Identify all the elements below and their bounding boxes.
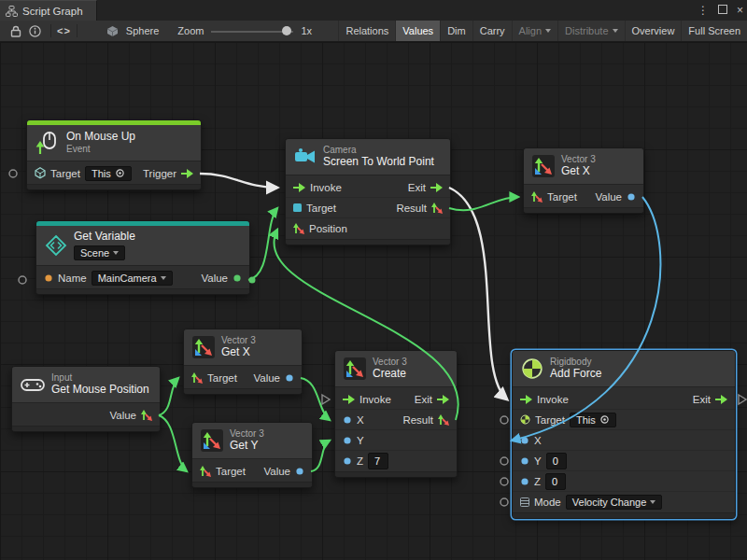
float-port-icon[interactable] (295, 467, 304, 476)
align-dropdown[interactable]: Align (512, 21, 557, 41)
chevron-down-icon (650, 500, 655, 504)
distribute-dropdown[interactable]: Distribute (557, 21, 624, 41)
maximize-icon[interactable] (718, 0, 727, 21)
overview-button[interactable]: Overview (625, 21, 682, 41)
flow-out-icon[interactable] (430, 183, 443, 192)
dim-button[interactable]: Dim (440, 21, 472, 41)
zoom-label: Zoom (177, 25, 204, 36)
lock-icon[interactable] (10, 25, 21, 37)
value-port-label: Value (263, 466, 290, 477)
values-button[interactable]: Values (395, 21, 440, 41)
object-port-icon[interactable] (233, 273, 242, 283)
zoom-slider-handle[interactable] (282, 26, 291, 35)
position-port-label: Position (309, 223, 347, 234)
tab-bar: Script Graph ⋮ × (0, 0, 747, 21)
kebab-menu-icon[interactable]: ⋮ (698, 0, 709, 21)
node-on-mouse-up[interactable]: On Mouse Up Event Target This Tri (26, 119, 202, 190)
vector3-port-icon[interactable] (200, 466, 211, 477)
gameobject-cube-icon (106, 25, 119, 37)
string-port-icon[interactable] (44, 273, 53, 283)
node-create-vector3[interactable]: Vector 3 Create Invoke Exit (334, 350, 458, 478)
vector3-port-icon[interactable] (431, 203, 443, 214)
flow-out-icon[interactable] (715, 395, 727, 404)
node-add-force[interactable]: Rigidbody Add Force Invoke Exit (512, 350, 736, 519)
input-gamepad-icon (21, 374, 45, 395)
variable-name-dropdown[interactable]: MainCamera (92, 271, 173, 286)
flow-out-icon[interactable] (437, 395, 449, 404)
node-title: Get Mouse Position (51, 384, 149, 397)
target-object-label: Sphere (126, 25, 159, 36)
scene-reference-icon (115, 168, 125, 178)
y-port-label: Y (534, 455, 542, 467)
z-value-input[interactable]: 0 (545, 473, 566, 490)
port-row: Invoke Exit (335, 389, 457, 410)
float-port-icon[interactable] (627, 192, 636, 202)
port-row: X Result (335, 410, 457, 430)
variable-scope-dropdown[interactable]: Scene (74, 245, 125, 261)
camera-port-icon[interactable] (293, 203, 302, 212)
vector3-port-icon[interactable] (438, 414, 449, 426)
carry-button[interactable]: Carry (472, 21, 512, 41)
node-get-variable[interactable]: Get Variable Scene Name MainCamera Value (35, 220, 250, 295)
vector3-port-icon[interactable] (191, 372, 203, 384)
relations-button[interactable]: Relations (338, 21, 395, 41)
target-port-label: Target (306, 203, 336, 214)
float-port-icon[interactable] (343, 456, 352, 466)
node-get-y[interactable]: Vector 3 Get Y Target Value (191, 422, 313, 488)
unconnected-port-indicator (19, 276, 26, 284)
invoke-port-label: Invoke (537, 394, 569, 405)
vector3-icon (532, 155, 555, 177)
node-subtitle: Event (66, 144, 135, 155)
node-title: Get X (561, 165, 596, 178)
x-port-label: X (357, 414, 364, 426)
flow-in-icon[interactable] (343, 395, 355, 404)
vector3-port-icon[interactable] (531, 191, 543, 203)
port-row: Mode Velocity Change (513, 492, 735, 511)
close-icon[interactable]: × (737, 0, 743, 21)
flow-in-icon[interactable] (293, 183, 305, 192)
target-this-chip[interactable]: This (85, 166, 132, 181)
port-row: Position (286, 218, 450, 238)
z-value-input[interactable]: 7 (368, 453, 388, 469)
wire-gety-createy (311, 441, 330, 471)
unconnected-flow-indicator (739, 395, 746, 404)
target-this-chip[interactable]: This (570, 413, 616, 427)
code-view-icon[interactable]: <> (57, 25, 71, 36)
mode-dropdown[interactable]: Velocity Change (566, 495, 663, 510)
node-get-x-top[interactable]: Vector 3 Get X Target Value (523, 147, 644, 214)
unconnected-port-indicator (500, 478, 508, 485)
flow-in-icon[interactable] (520, 395, 532, 404)
graph-canvas[interactable]: On Mouse Up Event Target This Tri (0, 42, 747, 560)
z-port-label: Z (357, 455, 363, 467)
float-port-icon[interactable] (343, 415, 352, 425)
enum-port-icon[interactable] (520, 497, 529, 507)
node-get-x-mid[interactable]: Vector 3 Get X Target Value (183, 329, 303, 395)
flow-out-icon[interactable] (181, 169, 193, 178)
rigidbody-icon (521, 357, 543, 380)
info-icon[interactable] (29, 25, 41, 37)
float-port-icon[interactable] (520, 436, 529, 445)
vector3-port-icon[interactable] (141, 410, 152, 421)
port-row: X (513, 430, 735, 451)
target-port-label: Target (216, 466, 246, 477)
y-value-input[interactable]: 0 (546, 453, 567, 469)
tab-script-graph[interactable]: Script Graph (0, 0, 97, 21)
float-port-icon[interactable] (520, 456, 529, 466)
fullscreen-button[interactable]: Full Screen (681, 21, 747, 41)
zoom-slider[interactable] (211, 24, 293, 37)
port-row: Target Value (524, 187, 643, 206)
port-row: Target Value (192, 461, 312, 481)
unity-script-graph-window: Script Graph ⋮ × <> Sphere Zoom 1x Relat… (0, 0, 747, 560)
vector3-port-icon[interactable] (293, 223, 304, 234)
node-screen-to-world-point[interactable]: Camera Screen To World Point Invoke Exit (285, 138, 451, 245)
rigidbody-port-icon[interactable] (520, 414, 530, 425)
float-port-icon[interactable] (343, 436, 352, 445)
node-title: Create (373, 368, 407, 381)
value-port-label: Value (201, 273, 228, 284)
port-row: Target This (513, 410, 735, 430)
float-port-icon[interactable] (285, 373, 294, 383)
port-row: Name MainCamera Value (36, 268, 249, 287)
gameobject-icon (35, 167, 46, 179)
node-get-mouse-position[interactable]: Input Get Mouse Position Value (11, 366, 161, 432)
float-port-icon[interactable] (520, 477, 529, 486)
